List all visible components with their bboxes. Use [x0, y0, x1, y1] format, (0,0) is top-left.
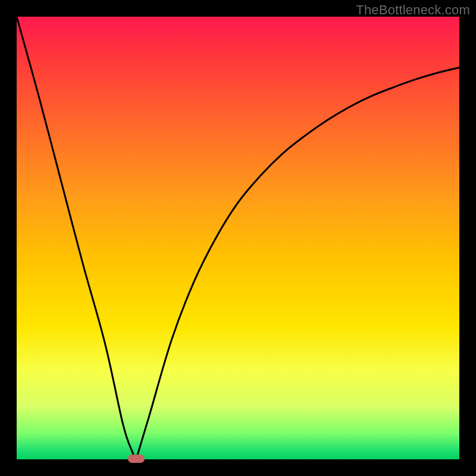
- bottleneck-marker: [128, 455, 145, 463]
- chart-frame: TheBottleneck.com: [0, 0, 476, 476]
- watermark-text: TheBottleneck.com: [356, 2, 470, 18]
- plot-area: [17, 17, 459, 459]
- curve-left-branch: [17, 17, 136, 459]
- curve-svg: [17, 17, 459, 459]
- curve-right-branch: [136, 68, 459, 459]
